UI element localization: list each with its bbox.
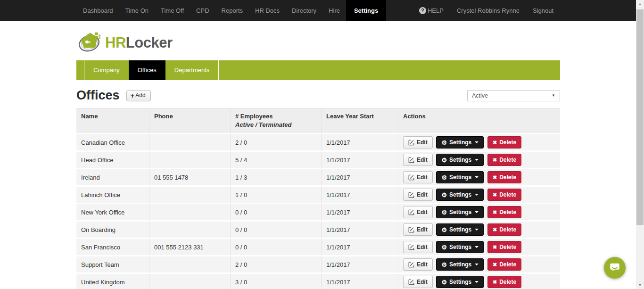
delete-button[interactable]: ✖ Delete	[487, 276, 521, 288]
nav-item-time-off[interactable]: Time Off	[155, 0, 190, 21]
delete-button[interactable]: ✖ Delete	[487, 241, 521, 253]
logo-text-locker: Locker	[126, 34, 173, 51]
delete-button[interactable]: ✖ Delete	[487, 223, 521, 236]
gear-icon: ⚙	[441, 244, 447, 250]
delete-button-label: Delete	[499, 191, 516, 198]
x-icon: ✖	[493, 245, 497, 250]
delete-button[interactable]: ✖ Delete	[487, 154, 521, 166]
x-icon: ✖	[493, 280, 497, 285]
chat-launcher-button[interactable]	[604, 257, 626, 279]
gear-icon: ⚙	[441, 140, 447, 146]
column-header-leave-year-start: Leave Year Start	[322, 108, 398, 134]
delete-button[interactable]: ✖ Delete	[487, 189, 521, 201]
nav-item-reports[interactable]: Reports	[215, 0, 249, 21]
edit-button[interactable]: Edit	[403, 154, 433, 166]
delete-button[interactable]: ✖ Delete	[487, 136, 521, 149]
caret-down-icon	[475, 194, 479, 196]
nav-item-hr-docs[interactable]: HR Docs	[249, 0, 286, 21]
nav-item-directory[interactable]: Directory	[286, 0, 322, 21]
status-filter-value: Active	[472, 92, 488, 99]
offices-table: Name Phone # Employees Active / Terminat…	[76, 108, 560, 289]
edit-button[interactable]: Edit	[403, 206, 433, 218]
x-icon: ✖	[493, 227, 497, 232]
settings-button[interactable]: ⚙ Settings	[436, 223, 484, 236]
table-row: Lahinch Office 1 / 0 1/1/2017 Edit ⚙ Set…	[76, 187, 560, 204]
caret-down-icon	[475, 141, 479, 143]
settings-button[interactable]: ⚙ Settings	[436, 241, 484, 253]
delete-button[interactable]: ✖ Delete	[487, 206, 521, 218]
edit-icon	[408, 262, 414, 268]
help-link[interactable]: ? HELP	[413, 0, 450, 21]
chat-bubble-icon	[609, 261, 621, 275]
nav-item-settings[interactable]: Settings	[346, 0, 386, 21]
settings-button-label: Settings	[449, 157, 471, 163]
nav-item-dashboard[interactable]: Dashboard	[77, 0, 119, 21]
scroll-down-icon[interactable]: ▼	[636, 281, 644, 289]
edit-button-label: Edit	[417, 244, 428, 250]
edit-button-label: Edit	[417, 279, 428, 285]
page-header: Offices + Add Active ▼	[76, 89, 560, 102]
edit-button[interactable]: Edit	[403, 189, 433, 201]
caret-down-icon	[475, 246, 479, 248]
settings-button[interactable]: ⚙ Settings	[436, 276, 484, 288]
help-question-icon: ?	[419, 7, 426, 14]
edit-icon	[408, 279, 414, 285]
table-row: New York Office 0 / 0 1/1/2017 Edit ⚙ Se…	[76, 204, 560, 222]
settings-button-label: Settings	[449, 209, 471, 215]
edit-icon	[408, 244, 414, 250]
x-icon: ✖	[493, 192, 497, 198]
settings-tab-bar: CompanyOfficesDepartments	[76, 60, 560, 80]
plus-icon: +	[131, 92, 135, 99]
gear-icon: ⚙	[441, 262, 447, 268]
settings-button[interactable]: ⚙ Settings	[436, 154, 484, 166]
scrollbar-thumb[interactable]	[636, 9, 644, 225]
status-filter-dropdown[interactable]: Active ▼	[467, 90, 560, 101]
settings-button-label: Settings	[449, 279, 471, 285]
column-header-employees-sub: Active / Terminated	[235, 121, 316, 129]
delete-button-label: Delete	[499, 157, 516, 163]
edit-button[interactable]: Edit	[403, 276, 433, 288]
delete-button[interactable]: ✖ Delete	[487, 258, 521, 271]
chevron-down-icon: ▼	[552, 93, 555, 98]
tab-departments[interactable]: Departments	[165, 60, 218, 80]
delete-button-label: Delete	[499, 226, 516, 233]
tab-offices[interactable]: Offices	[129, 60, 165, 80]
edit-button[interactable]: Edit	[403, 258, 433, 271]
column-header-phone: Phone	[149, 108, 231, 134]
add-office-button[interactable]: + Add	[126, 90, 151, 101]
scroll-up-icon[interactable]: ▲	[636, 0, 644, 8]
edit-button[interactable]: Edit	[403, 223, 433, 236]
delete-button-label: Delete	[499, 261, 516, 268]
settings-button-label: Settings	[449, 174, 471, 181]
logo-text-hr: HR	[105, 34, 126, 51]
settings-button[interactable]: ⚙ Settings	[436, 206, 484, 218]
tab-company[interactable]: Company	[84, 60, 129, 80]
edit-icon	[408, 157, 414, 163]
edit-icon	[408, 209, 414, 215]
nav-item-time-on[interactable]: Time On	[119, 0, 155, 21]
edit-button-label: Edit	[417, 191, 428, 198]
delete-button[interactable]: ✖ Delete	[487, 171, 521, 183]
column-header-name: Name	[76, 108, 149, 134]
edit-button[interactable]: Edit	[403, 136, 433, 149]
edit-button[interactable]: Edit	[403, 171, 433, 183]
edit-icon	[408, 192, 414, 198]
edit-button[interactable]: Edit	[403, 241, 433, 253]
settings-button[interactable]: ⚙ Settings	[436, 258, 484, 271]
settings-button[interactable]: ⚙ Settings	[436, 136, 484, 149]
top-nav-user-area: ? HELP Crystel Robbins Rynne Signout	[413, 0, 560, 21]
delete-button-label: Delete	[499, 279, 516, 285]
settings-button[interactable]: ⚙ Settings	[436, 189, 484, 201]
signout-link[interactable]: Signout	[526, 0, 560, 21]
edit-button-label: Edit	[417, 157, 428, 163]
edit-button-label: Edit	[417, 261, 428, 268]
settings-button-label: Settings	[449, 261, 471, 268]
delete-button-label: Delete	[499, 174, 516, 181]
nav-item-cpd[interactable]: CPD	[190, 0, 215, 21]
tab-bar-spacer	[76, 60, 84, 80]
help-label: HELP	[428, 0, 444, 21]
table-row: Head Office 5 / 4 1/1/2017 Edit ⚙ Settin…	[76, 152, 560, 169]
settings-button[interactable]: ⚙ Settings	[436, 171, 484, 183]
nav-item-hire[interactable]: Hire	[322, 0, 346, 21]
user-name-link[interactable]: Crystel Robbins Rynne	[450, 0, 526, 21]
